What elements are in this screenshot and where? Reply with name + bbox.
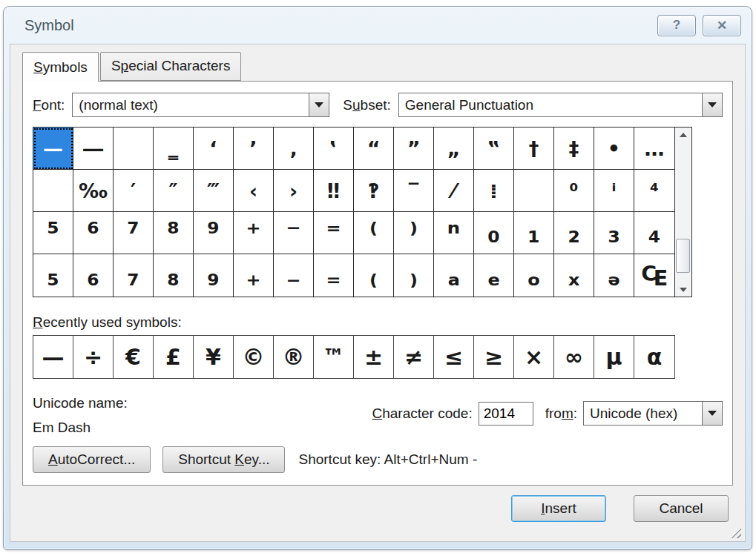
symbol-cell[interactable]: ₒ (514, 254, 554, 297)
symbol-cell[interactable]: ⁼ (314, 212, 354, 254)
recent-symbol-cell[interactable]: ≠ (394, 336, 434, 378)
symbol-cell[interactable]: ⁸ (154, 212, 194, 254)
symbol-cell[interactable]: ⁴ (634, 170, 674, 212)
symbol-cell[interactable]: ₉ (194, 254, 234, 297)
recent-symbol-cell[interactable]: ≥ (474, 336, 514, 378)
symbol-cell[interactable]: ₇ (114, 254, 154, 297)
help-icon[interactable]: ? (657, 15, 696, 36)
subset-dropdown-button[interactable] (702, 93, 722, 116)
symbol-cell[interactable]: ‘ (194, 128, 234, 170)
symbol-cell[interactable]: ₂ (554, 212, 594, 254)
recent-symbol-cell[interactable]: µ (594, 336, 634, 378)
recent-symbol-cell[interactable]: ∞ (554, 336, 594, 378)
font-dropdown-button[interactable] (309, 93, 329, 116)
symbol-cell[interactable]: ⁾ (394, 212, 434, 254)
tab-symbols[interactable]: Symbols (22, 52, 99, 82)
autocorrect-button[interactable]: AutoCorrect... (33, 446, 151, 473)
symbol-cell[interactable]: ‴ (194, 170, 234, 212)
close-icon[interactable]: ✕ (703, 15, 741, 36)
recent-symbol-cell[interactable]: © (234, 336, 274, 378)
title-bar[interactable]: Symbol ? ✕ (4, 7, 752, 44)
symbol-cell[interactable]: ‰ (73, 170, 114, 212)
symbol-cell[interactable]: † (514, 128, 554, 170)
symbol-cell[interactable]: ₎ (394, 254, 434, 297)
symbol-cell[interactable]: ⁻ (274, 212, 314, 254)
symbol-cell[interactable]: „ (434, 128, 474, 170)
recent-symbol-cell[interactable]: ≤ (434, 336, 474, 378)
symbol-cell[interactable]: ‼ (314, 170, 354, 212)
subset-dropdown[interactable]: General Punctuation (398, 93, 723, 117)
symbol-cell[interactable]: ⁶ (73, 212, 114, 254)
symbol-cell[interactable]: ₑ (474, 254, 514, 297)
recent-symbol-cell[interactable]: — (33, 336, 73, 378)
from-dropdown-button[interactable] (702, 402, 722, 425)
symbol-cell[interactable]: ⁵ (33, 212, 73, 254)
recent-symbol-cell[interactable]: € (114, 336, 154, 378)
scrollbar-thumb[interactable] (676, 239, 690, 273)
symbol-cell[interactable]: ₊ (234, 254, 274, 297)
symbol-cell[interactable]: ‹ (234, 170, 274, 212)
symbol-cell[interactable]: ₃ (594, 212, 634, 254)
symbol-cell[interactable]: ‟ (474, 128, 514, 170)
symbol-cell[interactable]: ₌ (314, 254, 354, 297)
symbol-cell[interactable]: “ (354, 128, 394, 170)
symbol-cell[interactable]: ⁺ (234, 212, 274, 254)
resize-grip-icon[interactable] (731, 528, 741, 538)
recent-symbol-cell[interactable]: × (514, 336, 554, 378)
cancel-button[interactable]: Cancel (634, 495, 729, 522)
symbol-cell[interactable]: ₍ (354, 254, 394, 297)
insert-button[interactable]: Insert (511, 495, 606, 522)
symbol-cell[interactable]: ‽ (354, 170, 394, 212)
symbol-cell[interactable]: ⁷ (114, 212, 154, 254)
shortcut-key-button[interactable]: Shortcut Key... (162, 446, 285, 473)
recent-symbol-cell[interactable]: ÷ (73, 336, 114, 378)
recent-symbol-cell[interactable]: £ (154, 336, 194, 378)
symbol-cell[interactable]: ’ (234, 128, 274, 170)
recent-symbol-cell[interactable]: ™ (314, 336, 354, 378)
symbol-cell[interactable]: — (33, 128, 73, 170)
from-dropdown[interactable]: Unicode (hex) (583, 401, 723, 426)
symbol-cell[interactable]: ₈ (154, 254, 194, 297)
grid-scrollbar[interactable] (674, 128, 691, 297)
symbol-cell[interactable]: ⁰ (554, 170, 594, 212)
symbol-cell[interactable]: ⁹ (194, 212, 234, 254)
symbol-cell[interactable]: … (634, 128, 674, 170)
symbol-cell[interactable]: ” (394, 128, 434, 170)
symbol-cell[interactable]: ‡ (554, 128, 594, 170)
symbol-cell[interactable] (114, 128, 154, 170)
recent-symbol-cell[interactable]: ® (274, 336, 314, 378)
symbol-cell[interactable]: ‾ (394, 170, 434, 212)
symbol-cell[interactable]: • (594, 128, 634, 170)
font-dropdown[interactable]: (normal text) (72, 93, 329, 117)
symbol-cell[interactable]: ⁿ (434, 212, 474, 254)
symbol-cell[interactable]: ₠ (634, 254, 674, 297)
symbol-cell[interactable]: ⁄ (434, 170, 474, 212)
recent-symbol-cell[interactable]: ¥ (194, 336, 234, 378)
symbol-cell[interactable]: › (274, 170, 314, 212)
symbol-cell[interactable]: ₀ (474, 212, 514, 254)
tab-special-characters[interactable]: Special Characters (100, 52, 242, 81)
symbol-cell[interactable]: ⁽ (354, 212, 394, 254)
character-code-input[interactable] (479, 402, 533, 426)
symbol-cell[interactable]: ‗ (154, 128, 194, 170)
recent-symbol-cell[interactable]: α (634, 336, 674, 378)
symbol-cell[interactable] (514, 170, 554, 212)
symbol-cell[interactable]: ″ (154, 170, 194, 212)
symbol-cell[interactable]: ― (73, 128, 114, 170)
symbol-cell[interactable]: ′ (114, 170, 154, 212)
symbol-cell[interactable]: ₔ (594, 254, 634, 297)
symbol-cell[interactable]: ⁞ (474, 170, 514, 212)
symbol-cell[interactable]: ⁱ (594, 170, 634, 212)
symbol-cell[interactable]: ‛ (314, 128, 354, 170)
symbol-cell[interactable]: ₋ (274, 254, 314, 297)
symbol-cell[interactable]: ₁ (514, 212, 554, 254)
symbol-cell[interactable]: ₐ (434, 254, 474, 297)
symbol-cell[interactable] (33, 170, 73, 212)
scroll-up-icon[interactable] (675, 128, 691, 142)
symbol-cell[interactable]: ₄ (634, 212, 674, 254)
scroll-down-icon[interactable] (675, 282, 691, 297)
symbol-cell[interactable]: ₓ (554, 254, 594, 297)
symbol-cell[interactable]: ‚ (274, 128, 314, 170)
symbol-cell[interactable]: ₅ (33, 254, 73, 297)
recent-symbol-cell[interactable]: ± (354, 336, 394, 378)
